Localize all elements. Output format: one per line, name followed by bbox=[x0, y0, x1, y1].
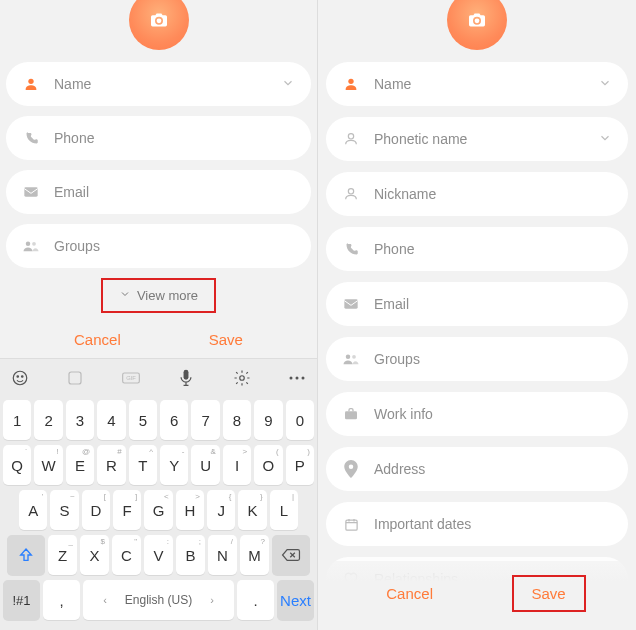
phone-label: Phone bbox=[374, 241, 612, 257]
svg-rect-18 bbox=[344, 299, 357, 308]
email-label: Email bbox=[374, 296, 612, 312]
key-2[interactable]: 2 bbox=[34, 400, 62, 440]
keyboard-row-3: Z_ X$ C" V: B; N/ M? bbox=[3, 535, 314, 575]
chevron-right-icon: › bbox=[202, 594, 222, 606]
key-g[interactable]: G< bbox=[144, 490, 172, 530]
chevron-left-icon: ‹ bbox=[95, 594, 115, 606]
key-n[interactable]: N/ bbox=[208, 535, 237, 575]
svg-rect-7 bbox=[69, 372, 81, 384]
key-y[interactable]: Y- bbox=[160, 445, 188, 485]
key-5[interactable]: 5 bbox=[129, 400, 157, 440]
view-more-button[interactable]: View more bbox=[101, 278, 216, 313]
contact-edit-expanded: Name Phonetic name Nickname Phone Email … bbox=[318, 0, 636, 630]
key-8[interactable]: 8 bbox=[223, 400, 251, 440]
avatar-button[interactable] bbox=[129, 0, 189, 50]
key-a[interactable]: A' bbox=[19, 490, 47, 530]
key-d[interactable]: D[ bbox=[82, 490, 110, 530]
cancel-button[interactable]: Cancel bbox=[368, 575, 451, 612]
svg-point-6 bbox=[22, 375, 24, 377]
key-4[interactable]: 4 bbox=[97, 400, 125, 440]
key-3[interactable]: 3 bbox=[66, 400, 94, 440]
person-outline-icon bbox=[342, 185, 360, 203]
mic-icon[interactable] bbox=[176, 368, 196, 388]
key-i[interactable]: I> bbox=[223, 445, 251, 485]
phone-field[interactable]: Phone bbox=[6, 116, 311, 160]
camera-icon bbox=[149, 12, 169, 28]
sticker-icon[interactable] bbox=[65, 368, 85, 388]
chevron-down-icon bbox=[119, 288, 131, 303]
dates-field[interactable]: Important dates bbox=[326, 502, 628, 546]
chevron-down-icon bbox=[281, 76, 295, 93]
svg-point-3 bbox=[32, 242, 36, 246]
name-label: Name bbox=[54, 76, 281, 92]
phonetic-label: Phonetic name bbox=[374, 131, 598, 147]
phone-field[interactable]: Phone bbox=[326, 227, 628, 271]
settings-icon[interactable] bbox=[232, 368, 252, 388]
key-h[interactable]: H> bbox=[176, 490, 204, 530]
key-b[interactable]: B; bbox=[176, 535, 205, 575]
key-period[interactable]: . bbox=[237, 580, 274, 620]
svg-point-11 bbox=[239, 375, 244, 380]
groups-label: Groups bbox=[54, 238, 295, 254]
chevron-down-icon bbox=[598, 76, 612, 93]
key-space[interactable]: ‹ English (US) › bbox=[83, 580, 234, 620]
key-e[interactable]: E@ bbox=[66, 445, 94, 485]
phonetic-field[interactable]: Phonetic name bbox=[326, 117, 628, 161]
keyboard-row-2: A' S~ D[ F] G< H> J{ K} L| bbox=[3, 490, 314, 530]
name-field[interactable]: Name bbox=[6, 62, 311, 106]
key-c[interactable]: C" bbox=[112, 535, 141, 575]
key-comma[interactable]: , bbox=[43, 580, 80, 620]
avatar-button[interactable] bbox=[447, 0, 507, 50]
svg-point-5 bbox=[17, 375, 19, 377]
key-1[interactable]: 1 bbox=[3, 400, 31, 440]
more-icon[interactable] bbox=[287, 368, 307, 388]
key-f[interactable]: F] bbox=[113, 490, 141, 530]
key-9[interactable]: 9 bbox=[254, 400, 282, 440]
cancel-button[interactable]: Cancel bbox=[64, 327, 131, 352]
save-button[interactable]: Save bbox=[199, 327, 253, 352]
chevron-down-icon bbox=[598, 131, 612, 148]
gif-icon[interactable]: GIF bbox=[121, 368, 141, 388]
address-field[interactable]: Address bbox=[326, 447, 628, 491]
key-o[interactable]: O( bbox=[254, 445, 282, 485]
groups-field[interactable]: Groups bbox=[6, 224, 311, 268]
key-l[interactable]: L| bbox=[270, 490, 298, 530]
groups-field[interactable]: Groups bbox=[326, 337, 628, 381]
person-outline-icon bbox=[342, 130, 360, 148]
groups-icon bbox=[342, 350, 360, 368]
key-backspace[interactable] bbox=[272, 535, 310, 575]
key-u[interactable]: U& bbox=[191, 445, 219, 485]
key-p[interactable]: P) bbox=[286, 445, 314, 485]
calendar-icon bbox=[342, 515, 360, 533]
svg-rect-10 bbox=[184, 369, 189, 379]
key-r[interactable]: R# bbox=[97, 445, 125, 485]
key-z[interactable]: Z_ bbox=[48, 535, 77, 575]
nickname-field[interactable]: Nickname bbox=[326, 172, 628, 216]
key-next[interactable]: Next bbox=[277, 580, 314, 620]
save-button[interactable]: Save bbox=[512, 575, 586, 612]
key-j[interactable]: J{ bbox=[207, 490, 235, 530]
keyboard-row-4: !#1 , ‹ English (US) › . Next bbox=[3, 580, 314, 620]
key-shift[interactable] bbox=[7, 535, 45, 575]
key-s[interactable]: S~ bbox=[50, 490, 78, 530]
name-label: Name bbox=[374, 76, 598, 92]
emoji-icon[interactable] bbox=[10, 368, 30, 388]
key-v[interactable]: V: bbox=[144, 535, 173, 575]
key-6[interactable]: 6 bbox=[160, 400, 188, 440]
person-icon bbox=[342, 75, 360, 93]
key-w[interactable]: W! bbox=[34, 445, 62, 485]
key-k[interactable]: K} bbox=[238, 490, 266, 530]
key-x[interactable]: X$ bbox=[80, 535, 109, 575]
key-symbols[interactable]: !#1 bbox=[3, 580, 40, 620]
email-field[interactable]: Email bbox=[6, 170, 311, 214]
email-field[interactable]: Email bbox=[326, 282, 628, 326]
key-0[interactable]: 0 bbox=[286, 400, 314, 440]
actions-row: Cancel Save bbox=[318, 561, 636, 630]
key-7[interactable]: 7 bbox=[191, 400, 219, 440]
view-more-wrap: View more bbox=[0, 278, 317, 313]
key-m[interactable]: M? bbox=[240, 535, 269, 575]
key-t[interactable]: T^ bbox=[129, 445, 157, 485]
name-field[interactable]: Name bbox=[326, 62, 628, 106]
key-q[interactable]: Q` bbox=[3, 445, 31, 485]
work-field[interactable]: Work info bbox=[326, 392, 628, 436]
